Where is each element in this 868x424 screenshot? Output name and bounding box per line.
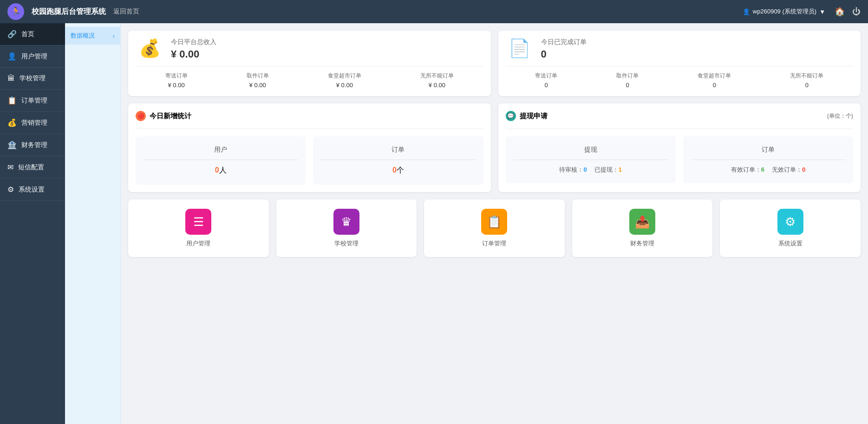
order-icon: 📋 — [7, 96, 17, 105]
home-button[interactable]: 🏠 — [835, 6, 845, 17]
user-icon: 👤 — [743, 8, 750, 15]
sidebar-item-sms[interactable]: ✉ 短信配置 — [0, 156, 65, 179]
quick-school-label: 学校管理 — [280, 239, 413, 248]
quick-user-icon: ☰ — [185, 209, 211, 235]
sidebar-item-settings[interactable]: ⚙ 系统设置 — [0, 179, 65, 201]
order-stat-label: 订单 — [320, 146, 476, 154]
quick-finance-management[interactable]: 📤 财务管理 — [572, 199, 713, 257]
user-name: wp260909 (系统管理员) — [753, 7, 816, 16]
order-sub-card: 订单 有效订单：6 无效订单：0 — [683, 136, 853, 183]
today-stats-badge: 🔴 — [136, 111, 146, 121]
withdrawal-title: 提现申请 — [520, 112, 548, 121]
order-value: 0 — [541, 48, 854, 60]
valid-order-label: 有效订单：6 — [731, 166, 764, 174]
today-stats-header: 🔴 今日新增统计 — [136, 111, 483, 121]
header: 🏃 校园跑腿后台管理系统 返回首页 👤 wp260909 (系统管理员) ▼ 🏠… — [0, 0, 868, 23]
withdrawal-sub-values: 待审核：0 已提现：1 — [513, 166, 668, 174]
revenue-title: 今日平台总收入 — [171, 38, 483, 46]
order-sub-3: 无所不能订单 0 — [790, 72, 823, 89]
order-sub-2: 食堂超市订单 0 — [698, 72, 731, 89]
sidebar-label-home: 首页 — [21, 30, 34, 39]
sms-icon: ✉ — [7, 163, 13, 172]
order-title: 今日已完成订单 — [541, 38, 854, 46]
sidebar-label-sms: 短信配置 — [18, 163, 44, 172]
quick-order-label: 订单管理 — [428, 239, 561, 248]
revenue-value: ¥ 0.00 — [171, 48, 483, 60]
withdrawal-sub-title: 提现 — [513, 146, 668, 154]
order-stat-card: 订单 0个 — [313, 136, 483, 185]
withdrawal-card: 💬 提现申请 (单位：个) 提现 待审核：0 已提现 — [498, 103, 861, 192]
revenue-sub-3: 无所不能订单 ¥ 0.00 — [420, 72, 454, 89]
sidebar-label-settings: 系统设置 — [19, 186, 45, 194]
quick-settings-icon: ⚙ — [777, 209, 803, 235]
layout: 🔗 首页 👤 用户管理 🏛 学校管理 📋 订单管理 💰 营销管理 🏦 财务管理 … — [0, 23, 868, 424]
sidebar-item-marketing[interactable]: 💰 营销管理 — [0, 112, 65, 134]
quick-school-management[interactable]: ♛ 学校管理 — [276, 199, 417, 257]
revenue-sub-1: 取件订单 ¥ 0.00 — [247, 72, 269, 89]
app-title: 校园跑腿后台管理系统 — [32, 7, 106, 17]
sidebar-label-schools: 学校管理 — [20, 74, 46, 83]
user-stat-label: 用户 — [143, 146, 298, 154]
today-stats-title: 今日新增统计 — [150, 112, 191, 121]
order-stat-value: 0个 — [320, 166, 476, 175]
school-icon: 🏛 — [7, 74, 15, 83]
today-inner-cards: 用户 0人 订单 0个 — [136, 136, 483, 185]
order-card: 📄 今日已完成订单 0 寄送订单 0 取件订单 0 — [498, 31, 861, 96]
withdrawal-unit: (单位：个) — [827, 112, 853, 120]
withdrawal-inner-row: 提现 待审核：0 已提现：1 订单 — [506, 136, 854, 183]
middle-section-row: 🔴 今日新增统计 用户 0人 订单 — [128, 103, 861, 192]
sidebar-item-orders[interactable]: 📋 订单管理 — [0, 90, 65, 112]
chevron-right-icon: › — [113, 32, 115, 39]
sub-item-overview[interactable]: 数据概况 › — [65, 27, 120, 45]
order-sub-0: 寄送订单 0 — [535, 72, 557, 89]
header-right: 👤 wp260909 (系统管理员) ▼ 🏠 ⏻ — [743, 6, 861, 17]
withdrawal-badge: 💬 — [506, 111, 516, 121]
header-icons: 🏠 ⏻ — [835, 6, 861, 17]
withdrawal-header: 💬 提现申请 (单位：个) — [506, 111, 854, 121]
sidebar-label-marketing: 营销管理 — [21, 119, 47, 127]
sidebar-item-schools[interactable]: 🏛 学校管理 — [0, 68, 65, 90]
quick-system-settings[interactable]: ⚙ 系统设置 — [720, 199, 861, 257]
quick-school-icon: ♛ — [333, 209, 359, 235]
sidebar-item-finance[interactable]: 🏦 财务管理 — [0, 134, 65, 156]
finance-icon: 🏦 — [7, 141, 17, 149]
header-left: 🏃 校园跑腿后台管理系统 返回首页 — [7, 3, 139, 20]
order-icon: 📄 — [506, 38, 534, 58]
today-stats-card: 🔴 今日新增统计 用户 0人 订单 — [128, 103, 491, 192]
revenue-sub-2: 食堂超市订单 ¥ 0.00 — [328, 72, 361, 89]
top-stats-row: 💰 今日平台总收入 ¥ 0.00 寄送订单 ¥ 0.00 取件订单 — [128, 31, 861, 96]
sidebar-item-home[interactable]: 🔗 首页 — [0, 23, 65, 45]
withdrawal-sub-card: 提现 待审核：0 已提现：1 — [506, 136, 676, 183]
order-sub-values: 有效订单：6 无效订单：0 — [691, 166, 846, 174]
done-label: 已提现：1 — [594, 166, 622, 174]
chevron-down-icon: ▼ — [819, 8, 825, 15]
quick-finance-label: 财务管理 — [576, 239, 709, 248]
quick-finance-icon: 📤 — [629, 209, 655, 235]
sidebar-label-users: 用户管理 — [21, 52, 47, 61]
quick-user-management[interactable]: ☰ 用户管理 — [128, 199, 269, 257]
order-sub-title: 订单 — [691, 146, 846, 154]
sub-sidebar: 数据概况 › — [65, 23, 121, 424]
marketing-icon: 💰 — [7, 118, 17, 127]
quick-order-icon: 📋 — [481, 209, 507, 235]
settings-icon: ⚙ — [7, 185, 14, 194]
main-content: 💰 今日平台总收入 ¥ 0.00 寄送订单 ¥ 0.00 取件订单 — [121, 23, 868, 424]
pending-label: 待审核：0 — [559, 166, 587, 174]
user-menu[interactable]: 👤 wp260909 (系统管理员) ▼ — [743, 7, 825, 16]
quick-access-row: ☰ 用户管理 ♛ 学校管理 📋 订单管理 📤 财务管理 ⚙ 系统设置 — [128, 199, 861, 257]
revenue-icon: 💰 — [136, 38, 163, 58]
back-link[interactable]: 返回首页 — [113, 7, 139, 16]
quick-settings-label: 系统设置 — [724, 239, 857, 248]
power-button[interactable]: ⏻ — [852, 6, 861, 17]
home-icon: 🔗 — [7, 30, 17, 39]
logo: 🏃 — [7, 3, 24, 20]
sidebar: 🔗 首页 👤 用户管理 🏛 学校管理 📋 订单管理 💰 营销管理 🏦 财务管理 … — [0, 23, 65, 424]
sidebar-label-finance: 财务管理 — [21, 141, 47, 149]
revenue-card: 💰 今日平台总收入 ¥ 0.00 寄送订单 ¥ 0.00 取件订单 — [128, 31, 491, 96]
user-stat-value: 0人 — [143, 166, 298, 175]
revenue-sub-0: 寄送订单 ¥ 0.00 — [165, 72, 188, 89]
quick-order-management[interactable]: 📋 订单管理 — [424, 199, 565, 257]
sidebar-item-users[interactable]: 👤 用户管理 — [0, 45, 65, 68]
sub-item-label: 数据概况 — [71, 32, 95, 40]
quick-user-label: 用户管理 — [132, 239, 265, 248]
